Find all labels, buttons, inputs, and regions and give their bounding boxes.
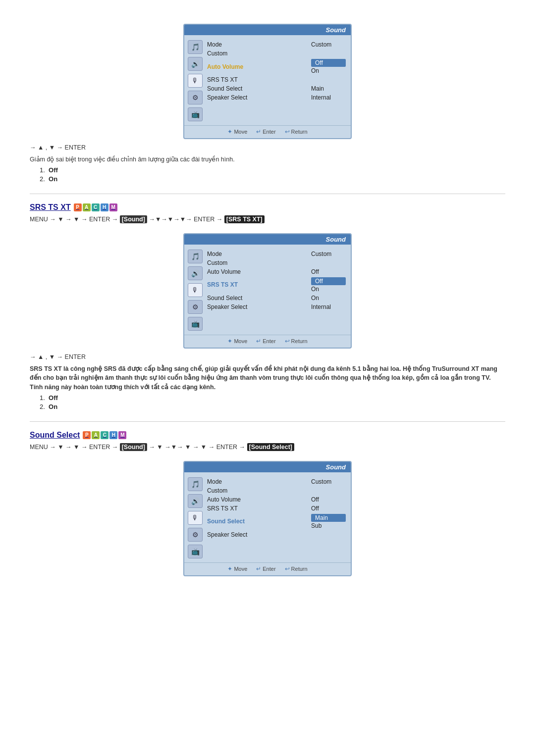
panel2-autovolume-value: Off xyxy=(311,268,346,275)
sound-panel-1: Sound 🎵 🔊 🎙 ⚙ 📺 Mode Custom Custom xyxy=(30,24,505,139)
list2-item-1-text: Off xyxy=(49,394,58,402)
panel2-return-btn: ↩ Return xyxy=(285,338,308,345)
sound-panel-2: Sound 🎵 🔊 🎙 ⚙ 📺 Mode Custom Custom xyxy=(30,233,505,349)
p3-icon3: 🎙 xyxy=(188,511,203,525)
panel2-srs-label: SRS TS XT xyxy=(207,281,252,288)
panel3-speakerselect-row: Speaker Select xyxy=(207,530,346,539)
divider1 xyxy=(30,194,505,194)
p2-icon1: 🎵 xyxy=(188,250,203,263)
panel1-return-label: Return xyxy=(291,129,308,135)
panel1-srs-row: SRS TS XT xyxy=(207,75,346,84)
badge-h-3: H xyxy=(109,431,117,439)
panel3-mode-row: Mode Custom xyxy=(207,477,346,486)
p2-return-icon: ↩ xyxy=(285,338,290,345)
panel1-srs-label: SRS TS XT xyxy=(207,76,252,83)
list2-item-2: 2. On xyxy=(40,403,505,410)
panel2-mode-row: Mode Custom xyxy=(207,250,346,258)
panel1-autovolume-on: On xyxy=(311,67,346,74)
panel3-soundselect-label: Sound Select xyxy=(207,518,252,525)
section3-wrapper: Sound Select P A C H M MENU → ▼ → ▼ → EN… xyxy=(30,431,505,576)
badge-c-2: C xyxy=(92,203,100,211)
panel2-soundselect-row: Sound Select On xyxy=(207,294,346,302)
panel3-move-label: Move xyxy=(234,566,247,572)
p3-icon5: 📺 xyxy=(188,545,203,558)
panel3-return-btn: ↩ Return xyxy=(285,565,308,572)
section1-list: 1. Off 2. On xyxy=(40,166,505,183)
panel1-enter-btn: ↵ Enter xyxy=(256,128,275,135)
panel2-enter-label: Enter xyxy=(263,338,275,344)
badge-c-3: C xyxy=(101,431,108,439)
section2-nav: MENU → ▼ → ▼ → ENTER → [Sound] →▼→▼→▼→ E… xyxy=(30,215,505,224)
panel1-move-label: Move xyxy=(234,129,247,135)
p3-icon1: 🎵 xyxy=(188,477,203,491)
p2-icon5: 📺 xyxy=(188,317,203,331)
panel3-mode-label: Mode xyxy=(207,478,252,485)
badge-p-3: P xyxy=(83,431,91,439)
panel2-menu: Mode Custom Custom Auto Volume Off SRS T… xyxy=(204,249,349,331)
panel3-menu: Mode Custom Custom Auto Volume Off SRS T… xyxy=(204,476,349,558)
panel1-speakerselect-row: Speaker Select Internal xyxy=(207,93,346,102)
badge-m-3: M xyxy=(118,431,126,439)
icon3: 🎙 xyxy=(188,74,203,88)
section3-heading: Sound Select P A C H M xyxy=(30,431,505,440)
panel2-icons: 🎵 🔊 🎙 ⚙ 📺 xyxy=(186,249,204,331)
panel1-title: Sound xyxy=(184,25,351,35)
section2-badges: P A C H M xyxy=(74,203,117,211)
list-item-2-text: On xyxy=(49,175,57,183)
move-icon: ✦ xyxy=(227,128,232,135)
panel2-srs-values: Off On xyxy=(311,277,346,293)
panel3-soundselect-main: Main xyxy=(311,514,346,522)
list-item-2: 2. On xyxy=(40,175,505,183)
p3-icon2: 🔊 xyxy=(188,494,203,508)
panel2-speakerselect-row: Speaker Select Internal xyxy=(207,302,346,311)
section1-desc: Giảm độ sai biệt trong việc điều chỉnh â… xyxy=(30,155,505,164)
icon4: ⚙ xyxy=(188,91,203,104)
panel3-autovolume-value: Off xyxy=(311,496,346,503)
p2-enter-icon: ↵ xyxy=(256,338,261,345)
panel1-mode-row: Mode Custom xyxy=(207,40,346,49)
section2-heading: SRS TS XT P A C H M xyxy=(30,203,505,212)
panel2-title: Sound xyxy=(184,234,351,245)
badge-p-2: P xyxy=(74,203,82,211)
section1-arrow: → ▲ , ▼ → ENTER xyxy=(30,144,505,151)
icon1: 🎵 xyxy=(188,40,203,54)
section2-desc: SRS TS XT là công nghệ SRS đã được cấp b… xyxy=(30,364,505,392)
nav2-section: [SRS TS XT] xyxy=(224,215,265,223)
panel3-autovolume-row: Auto Volume Off xyxy=(207,495,346,504)
panel3-soundselect-sub: Sub xyxy=(311,522,346,529)
enter-icon: ↵ xyxy=(256,128,261,135)
panel2-mode-label: Mode xyxy=(207,251,252,257)
panel2-custom-label: Custom xyxy=(207,259,252,266)
panel2-srs-on: On xyxy=(311,286,346,293)
list2-item-1: 1. Off xyxy=(40,394,505,402)
panel1-autovolume-row: Auto Volume Off On xyxy=(207,58,346,75)
list-item-1: 1. Off xyxy=(40,166,505,174)
panel2-return-label: Return xyxy=(291,338,308,344)
panel3-footer: ✦ Move ↵ Enter ↩ Return xyxy=(184,562,351,575)
panel2-speakerselect-label: Speaker Select xyxy=(207,303,252,310)
panel2-enter-btn: ↵ Enter xyxy=(256,338,275,345)
icon2: 🔊 xyxy=(188,57,203,71)
panel2-move-btn: ✦ Move xyxy=(227,338,247,345)
section2-arrow: → ▲ , ▼ → ENTER xyxy=(30,353,505,360)
panel3-custom-label: Custom xyxy=(207,487,252,494)
panel3-srs-row: SRS TS XT Off xyxy=(207,504,346,513)
panel3-soundselect-row: Sound Select Main Sub xyxy=(207,513,346,530)
p3-icon4: ⚙ xyxy=(188,528,203,542)
badge-a-2: A xyxy=(83,203,91,211)
list2-item-2-text: On xyxy=(49,403,57,410)
panel2-speakerselect-value: Internal xyxy=(311,303,346,310)
panel2-srs-off: Off xyxy=(311,277,346,285)
badge-m-2: M xyxy=(109,203,117,211)
section2-desc-bold: SRS TS XT là công nghệ SRS đã được cấp b… xyxy=(30,365,497,391)
panel3-speakerselect-label: Speaker Select xyxy=(207,531,252,538)
list-item-1-text: Off xyxy=(49,166,58,174)
panel1-custom-label: Custom xyxy=(207,50,252,57)
divider2 xyxy=(30,421,505,422)
p2-icon4: ⚙ xyxy=(188,300,203,314)
panel1-soundselect-label: Sound Select xyxy=(207,85,252,92)
nav3-section: [Sound Select] xyxy=(247,443,295,451)
panel2-footer: ✦ Move ↵ Enter ↩ Return xyxy=(184,335,351,348)
panel1-move-btn: ✦ Move xyxy=(227,128,247,135)
panel3-move-btn: ✦ Move xyxy=(227,565,247,572)
